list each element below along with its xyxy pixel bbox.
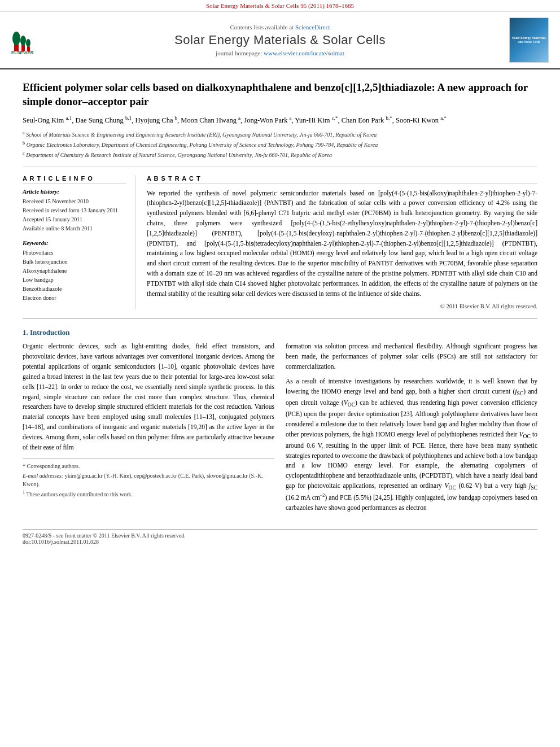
accepted-date: Accepted 15 January 2011 [23,215,126,224]
contents-available: Contents lists available at ScienceDirec… [51,24,509,30]
svg-point-1 [12,32,20,45]
footnote-corresponding: * Corresponding authors. [23,462,274,470]
journal-cover-image: Solar Energy Materials and Solar Cells [509,18,549,63]
journal-citation: Solar Energy Materials & Solar Cells 95 … [0,0,560,12]
introduction-heading: 1. Introduction [23,328,537,337]
article-info-panel: A R T I C L E I N F O Article history: R… [23,175,135,310]
footnote-equal: 1 These authors equally contributed to t… [23,490,274,499]
elsevier-logo: ELSEVIER [11,26,51,54]
article-footer: 0927-0248/$ - see front matter © 2011 El… [23,529,537,545]
introduction-body: Organic electronic devices, such as ligh… [23,342,537,517]
keyword-alkoxynaphthalene: Alkoxynaphthalene [23,267,126,276]
affiliations: a School of Materials Science & Engineer… [23,130,537,167]
intro-left-col: Organic electronic devices, such as ligh… [23,342,274,517]
journal-header: ELSEVIER Contents lists available at Sci… [0,12,560,69]
affiliation-b: b Organic Electronics Laboratory, Depart… [23,140,537,149]
article-history-section: Article history: Received 15 November 20… [23,189,126,233]
revised-date: Received in revised form 13 January 2011 [23,206,126,215]
keyword-photovoltaics: Photovoltaics [23,248,126,257]
intro-para-1: Organic electronic devices, such as ligh… [23,342,274,452]
intro-para-right-1: formation via solution process and mecha… [286,342,537,372]
svg-point-3 [20,36,26,46]
abstract-panel: A B S T R A C T We reported the synthesi… [147,175,537,310]
journal-title: Solar Energy Materials & Solar Cells [51,33,509,47]
abstract-text: We reported the synthesis of novel polym… [147,189,537,299]
info-abstract-row: A R T I C L E I N F O Article history: R… [23,175,537,310]
intro-right-col: formation via solution process and mecha… [286,342,537,517]
journal-header-center: Contents lists available at ScienceDirec… [51,24,509,56]
affiliation-c: c Department of Chemistry & Research Ins… [23,150,537,159]
journal-homepage: journal homepage: www.elsevier.com/locat… [51,50,509,56]
article-content: Efficient polymer solar cells based on d… [0,69,560,556]
keyword-low-bandgap: Low bandgap [23,276,126,285]
article-title: Efficient polymer solar cells based on d… [23,81,537,108]
affiliation-a: a School of Materials Science & Engineer… [23,130,537,139]
copyright: © 2011 Elsevier B.V. All rights reserved… [147,303,537,309]
svg-point-5 [26,39,30,47]
received-date: Received 15 November 2010 [23,197,126,206]
svg-text:ELSEVIER: ELSEVIER [11,50,34,54]
intro-para-right-2: As a result of intensive investigations … [286,377,537,513]
authors: Seul-Ong Kim a,1, Dae Sung Chung b,1, Hy… [23,115,537,125]
issn-line: 0927-0248/$ - see front matter © 2011 El… [23,532,537,539]
footnote-email: E-mail addresses: ykim@gnu.ac.kr (Y.-H. … [23,471,274,488]
article-info-heading: A R T I C L E I N F O [23,175,126,184]
doi-line: doi:10.1016/j.solmat.2011.01.028 [23,539,537,545]
online-date: Available online 8 March 2011 [23,224,126,233]
homepage-link[interactable]: www.elsevier.com/locate/solmat [264,50,344,56]
abstract-heading: A B S T R A C T [147,175,537,184]
sciencedirect-link[interactable]: ScienceDirect [295,24,330,30]
keyword-benzothiadiazole: Benzothiadiazole [23,285,126,294]
article-history-label: Article history: [23,189,126,195]
keyword-bulk: Bulk heterojunction [23,257,126,267]
keyword-electron-donor: Electron donor [23,294,126,303]
keywords-label: Keywords: [23,240,126,246]
section-divider [23,318,537,319]
keywords-section: Keywords: Photovoltaics Bulk heterojunct… [23,240,126,303]
footnote-area: * Corresponding authors. E-mail addresse… [23,458,274,499]
